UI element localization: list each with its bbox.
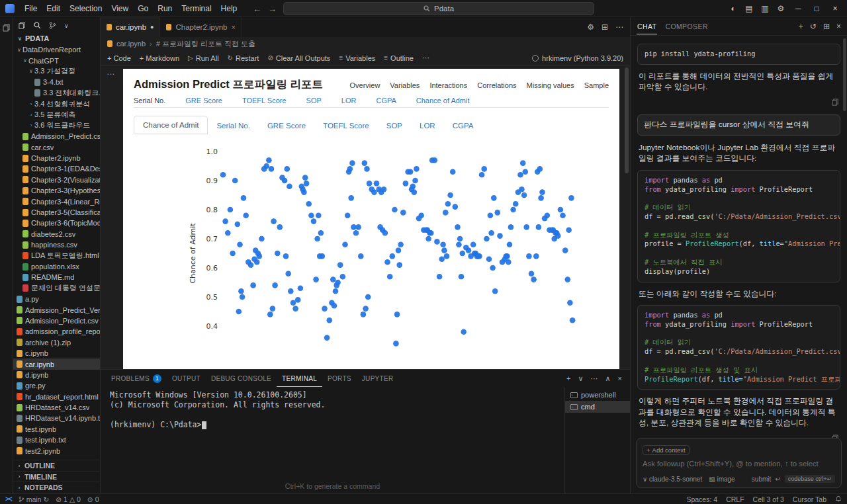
panel-more-icon[interactable]: ⋯ <box>591 374 598 383</box>
report-toptab-toefl-score[interactable]: TOEFL Score <box>242 98 287 107</box>
report-toptab-lor[interactable]: LOR <box>341 98 357 107</box>
indentation-status[interactable]: Spaces: 4 <box>686 495 717 503</box>
tree-file-c-ipynb[interactable]: c.ipynb <box>13 348 100 358</box>
report-nav-sample[interactable]: Sample <box>584 81 609 89</box>
report-nav-interactions[interactable]: Interactions <box>429 81 467 89</box>
menu-view[interactable]: View <box>107 4 133 13</box>
kernel-picker[interactable]: hrkimenv (Python 3.9.20) <box>532 54 623 62</box>
panel-tab-output[interactable]: OUTPUT <box>167 370 206 387</box>
terminal-instance-powershell[interactable]: ›powershell <box>565 389 630 401</box>
tree-file-population-xlsx[interactable]: population.xlsx <box>13 261 100 272</box>
report-tab-serial-no-[interactable]: Serial No. <box>208 117 259 134</box>
terminal-instance-cmd[interactable]: ›cmd <box>565 401 630 413</box>
more-actions-icon[interactable]: ⋯ <box>615 22 623 32</box>
tree-file-admission-predict-csv[interactable]: Admission_Predict.csv <box>13 131 100 142</box>
tree-file-readme-md[interactable]: README.md <box>13 272 100 282</box>
cell-actions-icon[interactable]: ⋯ <box>107 69 114 79</box>
tree-file-d-ipynb[interactable]: d.ipynb <box>13 370 100 380</box>
menu-help[interactable]: Help <box>216 4 242 13</box>
chevron-down-icon[interactable]: ∨ <box>64 22 69 29</box>
forward-arrow-icon[interactable]: → <box>268 4 277 14</box>
notebook-scrollbar[interactable] <box>625 67 629 368</box>
menu-selection[interactable]: Selection <box>65 4 107 13</box>
outline-button[interactable]: ≡Outline <box>384 54 414 62</box>
tree-file-chapter3-1-eda-descrip-[interactable]: Chapter3-1(EDA&Descrip... <box>13 163 100 174</box>
model-selector[interactable]: ∨ claude-3.5-sonnet <box>643 476 702 483</box>
add-markdown-cell-button[interactable]: + Markdown <box>140 54 179 62</box>
settings-gear-icon[interactable]: ⚙ <box>773 4 789 13</box>
report-nav-variables[interactable]: Variables <box>390 81 420 89</box>
files-icon[interactable] <box>19 22 26 29</box>
attach-image-button[interactable]: ▧ image <box>709 476 735 483</box>
menu-run[interactable]: Run <box>153 4 177 13</box>
menu-terminal[interactable]: Terminal <box>177 4 216 13</box>
history-icon[interactable]: ↺ <box>810 22 817 31</box>
window-maximize-button[interactable]: □ <box>807 4 826 13</box>
source-control-icon[interactable] <box>49 22 56 29</box>
panel-tab-problems[interactable]: PROBLEMS1 <box>106 370 167 387</box>
tree-file-test-ipynb-txt[interactable]: test.ipynb.txt <box>13 435 100 445</box>
tree-file-hr-dataset-report-html[interactable]: hr_dataset_report.html <box>13 392 100 402</box>
tree-file-chapter3-4-linear-regre-[interactable]: Chapter3-4(Linear_Regre... <box>13 196 100 206</box>
problems-status[interactable]: ⊘1 △0 <box>56 495 81 503</box>
tree-file-chapter2-ipynb[interactable]: Chapter2.ipynb <box>13 153 100 163</box>
window-minimize-button[interactable]: ─ <box>789 4 807 13</box>
terminal[interactable]: Microsoft Windows [Version 10.0.26100.26… <box>101 387 565 493</box>
codebase-shortcut[interactable]: codebase ctrl+↵ <box>785 475 835 483</box>
chat-scrollbar-thumb[interactable] <box>843 38 846 111</box>
report-nav-missing-values[interactable]: Missing values <box>527 81 574 89</box>
sidebar-header[interactable]: ∨ PDATA <box>13 32 100 44</box>
variables-button[interactable]: ≡Variables <box>339 54 375 62</box>
theme-toggle-icon[interactable]: ◐ <box>725 4 741 13</box>
report-nav-overview[interactable]: Overview <box>349 81 380 89</box>
tree-file-car-ipynb[interactable]: car.ipynb <box>13 358 100 369</box>
tree-file-test-ipynb[interactable]: test.ipynb <box>13 424 100 435</box>
report-toptab-chance-of-admit[interactable]: Chance of Admit <box>416 98 470 107</box>
menu-file[interactable]: File <box>20 4 42 13</box>
cursor-tab-status[interactable]: Cursor Tab <box>793 495 826 503</box>
toggle-layout-icon[interactable]: ▥ <box>757 4 773 13</box>
report-tab-gre-score[interactable]: GRE Score <box>259 117 314 134</box>
new-chat-icon[interactable]: + <box>799 22 803 31</box>
cell-status[interactable]: Cell 3 of 3 <box>753 495 784 503</box>
chat-input-placeholder[interactable]: Ask followup (Ctrl+Shift+Y), @ to mentio… <box>643 460 835 468</box>
chat-tab-composer[interactable]: COMPOSER <box>664 19 708 34</box>
panel-tab-debug-console[interactable]: DEBUG CONSOLE <box>206 370 277 387</box>
tree-file-a-py[interactable]: a.py <box>13 294 100 304</box>
tree-folder-3-4-선형회귀분석[interactable]: ›3.4 선형회귀분석 <box>13 99 100 109</box>
toolbar-more-icon[interactable]: ⋯ <box>422 54 429 62</box>
report-tab-toefl-score[interactable]: TOEFL Score <box>314 117 378 134</box>
tree-file-diabetes2-csv[interactable]: diabetes2.csv <box>13 229 100 239</box>
sidebar-section-notepads[interactable]: ›NOTEPADS <box>13 482 100 493</box>
explorer-icon[interactable] <box>3 24 11 32</box>
add-code-cell-button[interactable]: + Code <box>107 54 131 62</box>
breadcrumb-section[interactable]: # 프로파일링 리포트 직접 도출 <box>156 39 255 49</box>
tree-file-chapter3-2-visualization-[interactable]: Chapter3-2(Visualization)... <box>13 175 100 185</box>
tree-file-lda-토픽모델링-html[interactable]: LDA 토픽모델링.html <box>13 250 100 261</box>
tree-file-happiness-csv[interactable]: happiness.csv <box>13 239 100 250</box>
tree-file-chapter3-5-classification-[interactable]: Chapter3-5(Classification... <box>13 207 100 218</box>
tree-file-chapter3-6-topicmodeli-[interactable]: Chapter3-6(TopicModeli... <box>13 218 100 228</box>
sidebar-section-timeline[interactable]: ›TIMELINE <box>13 471 100 482</box>
split-editor-icon[interactable]: ⊞ <box>602 22 608 32</box>
scrollbar-thumb[interactable] <box>625 67 629 173</box>
chat-input-box[interactable]: +Add context Ask followup (Ctrl+Shift+Y)… <box>636 438 842 488</box>
chat-messages[interactable]: pip install ydata-profiling 이 리포트를 통해 데이… <box>631 36 847 493</box>
tree-folder-3-6-워드클라우드[interactable]: ›3.6 워드클라우드 <box>13 120 100 131</box>
menu-edit[interactable]: Edit <box>42 4 65 13</box>
chat-tab-chat[interactable]: CHAT <box>637 19 657 34</box>
report-toptab-cgpa[interactable]: CGPA <box>376 98 396 107</box>
panel-tab-ports[interactable]: PORTS <box>322 370 357 387</box>
window-close-button[interactable]: × <box>826 4 844 13</box>
report-toptab-sop[interactable]: SOP <box>306 98 322 107</box>
new-terminal-icon[interactable]: + <box>566 374 570 383</box>
tree-file-car-csv[interactable]: car.csv <box>13 142 100 153</box>
close-panel-icon[interactable]: × <box>618 374 622 383</box>
tree-file-3-3-전체대화링크-txt[interactable]: 3.3 전체대화링크.txt <box>13 88 100 99</box>
editor-tab-car-ipynb[interactable]: car.ipynb● <box>101 17 160 37</box>
tree-file-hrdataset-v14-csv[interactable]: HRDataset_v14.csv <box>13 402 100 413</box>
breadcrumb-file[interactable]: car.ipynb <box>116 40 146 48</box>
notebook-settings-gear-icon[interactable]: ⚙ <box>587 22 594 32</box>
tree-folder-3-5-분류예측[interactable]: ›3.5 분류예측 <box>13 109 100 120</box>
editor-tab-chapter2-ipynb[interactable]: Chapter2.ipynb× <box>160 17 242 37</box>
